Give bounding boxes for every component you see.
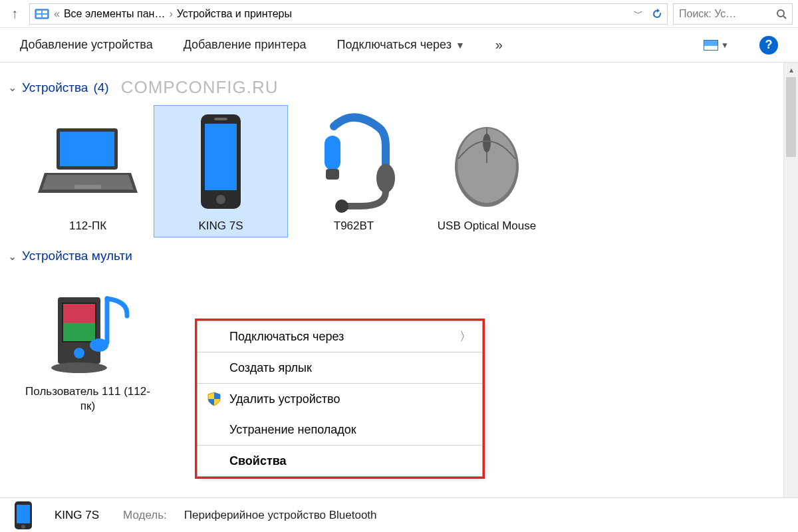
laptop-icon xyxy=(35,110,141,216)
context-item-label: Устранение неполадок xyxy=(229,423,356,437)
svg-point-15 xyxy=(335,200,348,213)
context-menu: Подключаться через 〉 Создать ярлык Удали… xyxy=(197,321,483,477)
device-label: Пользователь 111 (112-пк) xyxy=(25,384,150,413)
toolbar-overflow-button[interactable]: » xyxy=(495,37,503,53)
context-connect-via[interactable]: Подключаться через 〉 xyxy=(198,321,482,352)
search-icon[interactable] xyxy=(776,9,787,19)
svg-rect-9 xyxy=(74,185,101,189)
group-title: Устройства xyxy=(22,80,88,95)
svg-rect-29 xyxy=(17,505,30,523)
smartphone-icon xyxy=(168,110,274,216)
svg-rect-17 xyxy=(326,169,339,180)
model-label: Модель: xyxy=(123,509,167,522)
connect-via-button[interactable]: Подключаться через ▼ xyxy=(337,38,465,52)
svg-line-6 xyxy=(783,16,786,19)
smartphone-icon xyxy=(12,501,41,530)
group-title: Устройства мульти xyxy=(22,249,132,263)
watermark-text: COMPCONFIG.RU xyxy=(121,77,279,98)
device-label: USB Optical Mouse xyxy=(438,219,536,233)
svg-point-30 xyxy=(21,525,25,529)
context-item-label: Создать ярлык xyxy=(229,361,312,375)
control-panel-icon xyxy=(34,6,50,22)
group-count: (4) xyxy=(93,80,108,95)
address-bar: ↑ « Все элементы пан… › Устройства и при… xyxy=(0,0,798,28)
svg-point-5 xyxy=(777,10,784,17)
svg-point-25 xyxy=(74,348,84,358)
model-value: Периферийное устройство Bluetooth xyxy=(184,509,377,522)
device-item-headset[interactable]: T962BT xyxy=(287,106,420,237)
context-item-label: Подключаться через xyxy=(229,330,344,344)
svg-rect-1 xyxy=(37,11,41,13)
svg-point-27 xyxy=(51,362,107,373)
chevron-down-icon: ⌄ xyxy=(8,81,17,94)
context-create-shortcut[interactable]: Создать ярлык xyxy=(198,352,482,383)
svg-rect-11 xyxy=(205,124,237,190)
svg-rect-24 xyxy=(63,323,95,341)
uac-shield-icon xyxy=(207,392,221,406)
view-mode-button[interactable]: ▼ xyxy=(704,40,729,51)
context-properties[interactable]: Свойства xyxy=(198,446,482,476)
svg-point-26 xyxy=(90,338,108,352)
svg-point-20 xyxy=(483,134,491,152)
address-dropdown-icon[interactable]: ﹀ xyxy=(634,8,643,20)
devices-row: 112-ПК KING 7S xyxy=(8,106,790,237)
command-toolbar: Добавление устройства Добавление принтер… xyxy=(0,28,798,63)
content-area: ⌄ Устройства (4) COMPCONFIG.RU 112-ПК xyxy=(0,63,798,497)
group-header-multimedia[interactable]: ⌄ Устройства мульти xyxy=(8,249,790,263)
svg-rect-16 xyxy=(325,136,340,170)
context-delete-device[interactable]: Удалить устройство xyxy=(198,384,482,414)
bluetooth-headset-icon xyxy=(301,110,407,216)
device-item-pc[interactable]: 112-ПК xyxy=(21,106,154,237)
svg-rect-8 xyxy=(60,132,114,166)
selected-device-name: KING 7S xyxy=(55,509,99,522)
breadcrumb[interactable]: « Все элементы пан… › Устройства и принт… xyxy=(29,3,668,25)
device-item-phone[interactable]: KING 7S xyxy=(154,106,287,237)
add-device-button[interactable]: Добавление устройства xyxy=(20,38,153,52)
svg-rect-2 xyxy=(43,11,47,13)
device-item-media-player[interactable]: Пользователь 111 (112-пк) xyxy=(21,271,154,417)
search-input[interactable]: Поиск: Ус… xyxy=(673,3,793,25)
connect-via-label: Подключаться через xyxy=(337,38,452,52)
device-item-mouse[interactable]: USB Optical Mouse xyxy=(420,106,553,237)
mouse-icon xyxy=(434,110,540,216)
device-label: KING 7S xyxy=(198,219,243,233)
details-pane: KING 7S Модель: Периферийное устройство … xyxy=(0,497,798,532)
refresh-icon[interactable] xyxy=(651,8,663,20)
breadcrumb-prefix-icon: « xyxy=(54,8,60,20)
svg-rect-4 xyxy=(43,15,47,17)
chevron-right-icon: 〉 xyxy=(460,329,471,344)
chevron-down-icon: ▼ xyxy=(721,41,729,50)
chevron-down-icon: ⌄ xyxy=(8,250,17,263)
context-troubleshoot[interactable]: Устранение неполадок xyxy=(198,414,482,445)
group-header-devices[interactable]: ⌄ Устройства (4) COMPCONFIG.RU xyxy=(8,77,790,98)
context-item-label: Свойства xyxy=(229,454,287,468)
context-item-label: Удалить устройство xyxy=(229,392,340,406)
search-placeholder: Поиск: Ус… xyxy=(679,8,736,20)
add-printer-button[interactable]: Добавление принтера xyxy=(184,38,307,52)
chevron-right-icon: › xyxy=(169,8,172,20)
svg-rect-13 xyxy=(214,118,227,120)
help-icon[interactable]: ? xyxy=(759,36,778,55)
breadcrumb-parent[interactable]: Все элементы пан… xyxy=(64,8,165,20)
thumbnail-view-icon xyxy=(704,40,718,51)
nav-up-icon[interactable]: ↑ xyxy=(5,5,24,23)
media-player-icon xyxy=(35,275,141,382)
device-label: T962BT xyxy=(334,219,374,233)
breadcrumb-current[interactable]: Устройства и принтеры xyxy=(177,8,292,20)
chevron-down-icon: ▼ xyxy=(456,40,465,51)
svg-point-12 xyxy=(216,195,225,204)
device-label: 112-ПК xyxy=(69,219,106,233)
svg-rect-23 xyxy=(63,304,95,323)
svg-rect-3 xyxy=(37,15,41,17)
